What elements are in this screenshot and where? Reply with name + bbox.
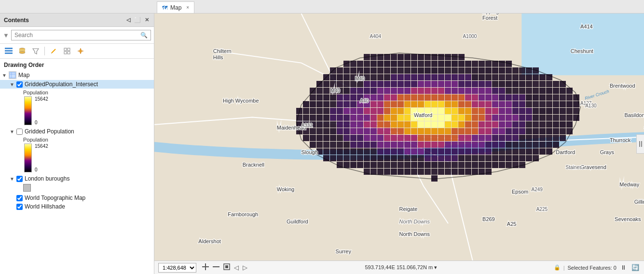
map-layer-label: Map <box>18 72 29 78</box>
legend-gradient-2 <box>24 144 32 172</box>
svg-line-7 <box>52 49 55 53</box>
legend-label-1: Population <box>23 90 154 96</box>
legend-gradient-1 <box>24 96 32 125</box>
next-extent-icon[interactable]: ▷ <box>242 263 248 272</box>
gridded-population-checkbox[interactable] <box>16 129 23 135</box>
world-hillshade-label: World Hillshade <box>25 203 65 210</box>
svg-rect-2 <box>5 52 13 54</box>
cylinder-icon <box>19 48 26 54</box>
toolbar-row <box>0 44 154 59</box>
svg-rect-9 <box>64 48 67 51</box>
sidebar-pin-icon[interactable]: ◁ <box>125 16 131 24</box>
pin-icon <box>77 48 84 54</box>
london-boroughs-label: London buroughs <box>25 175 69 182</box>
legend-london-boroughs <box>0 183 154 194</box>
previous-extent-icon[interactable]: ◁ <box>233 263 240 272</box>
map-icon <box>9 72 16 78</box>
list-icon <box>5 48 13 54</box>
zoom-out-icon[interactable] <box>212 263 220 272</box>
gridded-population-label: Gridded Population <box>25 128 74 135</box>
svg-rect-1 <box>5 50 13 52</box>
edit-button[interactable] <box>48 46 59 56</box>
svg-rect-11 <box>64 52 67 54</box>
sidebar-dock-icon[interactable]: ⬜ <box>133 16 142 24</box>
map-tab-icon: 🗺 <box>162 5 167 11</box>
status-bar: 1:428,648 ◁ ▷ 593.719,44E 151.066,72N m … <box>154 261 644 274</box>
svg-rect-17 <box>639 141 640 147</box>
legend-values-1: 15642 0 <box>35 96 48 125</box>
world-topo-checkbox[interactable] <box>16 195 23 201</box>
search-go-icon[interactable]: 🔍 <box>140 32 148 39</box>
full-extent-icon-svg <box>223 263 230 270</box>
layer-list: ▼ Map ▼ GriddedPopulation_Intersect Popu… <box>0 70 154 274</box>
legend-row-boroughs <box>23 184 154 192</box>
svg-rect-14 <box>10 72 15 78</box>
legend-row-2: 15642 0 <box>23 144 154 172</box>
layer-item-map[interactable]: ▼ Map <box>0 70 154 80</box>
gridded-population-expand: ▼ <box>10 129 16 134</box>
expand-icon <box>638 139 643 149</box>
main-layout: Contents ◁ ⬜ ✕ ▼ 🔍 <box>0 13 644 274</box>
world-hillshade-checkbox[interactable] <box>16 204 23 210</box>
sidebar-title: Contents <box>4 17 29 24</box>
pin-button[interactable] <box>75 46 86 56</box>
map-tab-close[interactable]: × <box>186 5 189 10</box>
legend-values-2: 15642 0 <box>35 144 48 172</box>
legend-min-2: 0 <box>35 167 48 172</box>
svg-rect-21 <box>213 266 219 267</box>
status-coords: 593.719,44E 151.066,72N m ▾ <box>252 264 550 271</box>
svg-marker-6 <box>33 49 39 54</box>
sidebar-close-icon[interactable]: ✕ <box>144 16 150 24</box>
search-bar: ▼ 🔍 <box>0 27 154 44</box>
legend-gridded-intersect: Population 15642 0 <box>0 89 154 127</box>
tab-bar: 🗺 Map × <box>0 0 644 13</box>
full-extent-icon[interactable] <box>222 263 231 272</box>
london-boroughs-checkbox[interactable] <box>16 176 23 182</box>
legend-gridded-population: Population 15642 0 <box>0 136 154 174</box>
scale-selector[interactable]: 1:428,648 <box>158 263 196 273</box>
sidebar-header-icons: ◁ ⬜ ✕ <box>125 16 150 24</box>
layer-item-london-boroughs[interactable]: ▼ London buroughs <box>0 174 154 183</box>
grid-button[interactable] <box>61 46 73 56</box>
svg-point-5 <box>19 52 25 54</box>
contents-panel: Contents ◁ ⬜ ✕ ▼ 🔍 <box>0 13 154 274</box>
search-input-wrapper: 🔍 <box>11 30 151 40</box>
layer-item-world-hillshade[interactable]: ▼ World Hillshade <box>0 202 154 211</box>
legend-min-1: 0 <box>35 120 48 125</box>
grid-icon <box>64 48 70 54</box>
status-icons: ◁ ▷ <box>201 263 248 272</box>
layer-item-world-topo[interactable]: ▼ World Topographic Map <box>0 194 154 202</box>
svg-rect-18 <box>641 141 642 147</box>
layer-item-gridded-population[interactable]: ▼ Gridded Population <box>0 127 154 136</box>
coords-text: 593.719,44E 151.066,72N m <box>365 264 433 270</box>
legend-label-2: Population <box>23 137 154 144</box>
selection-filter-button[interactable] <box>30 46 41 56</box>
zoom-in-icon[interactable] <box>201 263 210 272</box>
status-right: 🔒 | Selected Features: 0 ⏸ 🔄 <box>554 263 640 272</box>
legend-row-1: 15642 0 <box>23 96 154 125</box>
layer-item-gridded-intersect[interactable]: ▼ GriddedPopulation_Intersect <box>0 80 154 89</box>
status-sep: | <box>563 265 565 271</box>
pause-button[interactable]: ⏸ <box>619 263 628 272</box>
svg-rect-10 <box>68 48 70 51</box>
refresh-button[interactable]: 🔄 <box>630 263 640 272</box>
map-area[interactable]: 1:428,648 ◁ ▷ 593.719,44E 151.066,72N m … <box>154 13 644 274</box>
svg-rect-0 <box>5 48 13 49</box>
gridded-intersect-label: GriddedPopulation_Intersect <box>25 81 98 88</box>
gridded-intersect-expand: ▼ <box>10 82 16 87</box>
cylinder-button[interactable] <box>16 46 28 56</box>
zoom-in-icon-svg <box>202 263 209 270</box>
expand-panel-button[interactable] <box>636 134 644 154</box>
coords-dropdown[interactable]: ▾ <box>434 264 437 270</box>
svg-marker-13 <box>78 48 83 54</box>
legend-max-1: 15642 <box>35 96 48 102</box>
search-input[interactable] <box>14 32 140 39</box>
toolbar-separator <box>44 47 45 55</box>
map-expand-arrow: ▼ <box>2 73 9 78</box>
map-tab[interactable]: 🗺 Map × <box>157 1 194 13</box>
map-visual <box>154 13 644 261</box>
pencil-icon <box>50 48 57 54</box>
gridded-intersect-checkbox[interactable] <box>16 81 23 88</box>
svg-line-8 <box>51 53 52 53</box>
list-view-button[interactable] <box>3 46 14 56</box>
